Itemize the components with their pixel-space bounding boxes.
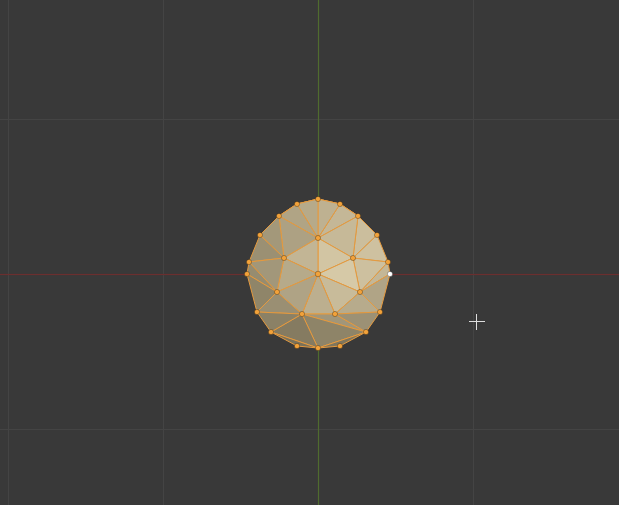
svg-point-48 bbox=[246, 259, 251, 264]
svg-point-47 bbox=[385, 259, 390, 264]
svg-point-57 bbox=[299, 311, 304, 316]
svg-point-59 bbox=[268, 329, 273, 334]
svg-point-62 bbox=[315, 345, 320, 350]
svg-point-43 bbox=[257, 232, 262, 237]
svg-point-45 bbox=[350, 255, 355, 260]
icosphere-mesh[interactable] bbox=[0, 0, 619, 505]
viewport-3d[interactable] bbox=[0, 0, 619, 505]
svg-point-54 bbox=[377, 309, 382, 314]
svg-point-50 bbox=[387, 271, 392, 276]
svg-point-38 bbox=[337, 201, 342, 206]
svg-point-41 bbox=[276, 213, 281, 218]
svg-point-42 bbox=[374, 232, 379, 237]
svg-point-55 bbox=[254, 309, 259, 314]
svg-point-60 bbox=[337, 343, 342, 348]
svg-point-37 bbox=[315, 196, 320, 201]
svg-point-61 bbox=[294, 343, 299, 348]
svg-point-58 bbox=[363, 329, 368, 334]
svg-point-53 bbox=[274, 289, 279, 294]
svg-point-49 bbox=[315, 271, 321, 277]
svg-point-40 bbox=[355, 213, 360, 218]
svg-point-56 bbox=[332, 311, 337, 316]
svg-point-52 bbox=[357, 289, 362, 294]
svg-point-39 bbox=[294, 201, 299, 206]
svg-point-46 bbox=[281, 255, 286, 260]
svg-point-51 bbox=[244, 271, 249, 276]
svg-point-44 bbox=[315, 235, 320, 240]
